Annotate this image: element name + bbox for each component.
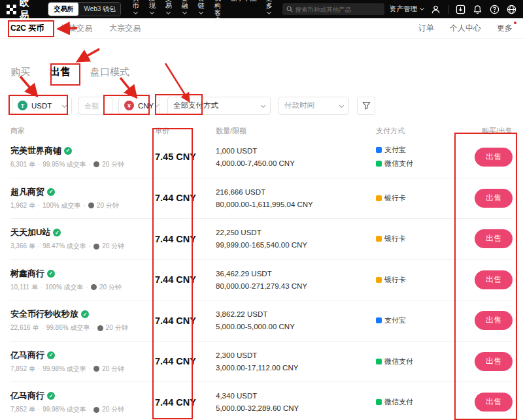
offer-row: 安全币行秒收秒放 ✓ 22,616 单 99.86% 成交率 20 分钟 7.4… [10,300,513,341]
search-box[interactable] [282,3,384,15]
order-count: 7,852 单 [10,364,35,374]
sell-button[interactable]: 出售 [475,229,513,248]
sell-button[interactable]: 出售 [475,311,513,330]
crypto-select-value: USDT [31,102,52,110]
payment-icon [376,147,382,153]
subnav-right: 订单 个人中心 更多 [418,23,513,34]
okx-logo[interactable]: 欧易 [7,0,40,22]
merchant-name[interactable]: 完美世界商铺 [10,145,61,157]
release-time: 20 分钟 [102,405,124,414]
payment-method-select[interactable]: 全部支付方式 [167,97,271,115]
sell-button[interactable]: 出售 [475,148,513,167]
main-nav: 买币 发现 交易 金融 公链 机构客户 新手学院 更多 [133,0,273,24]
tab-sell[interactable]: 出售 [50,65,71,79]
unit-price: 7.44 CNY [155,315,196,326]
unit-price: 7.44 CNY [155,193,196,203]
nav-institutional[interactable]: 机构客户 [214,0,222,24]
usdt-icon: T [18,101,27,110]
completion-rate: 99.95% 成交率 [42,160,86,169]
subnav-more[interactable]: 更多 [497,23,513,34]
nav-more[interactable]: 更多 [266,0,273,16]
assets-menu[interactable]: 资产管理 [390,5,424,14]
chevron-down-icon [133,10,138,14]
release-time: 20 分钟 [97,201,119,210]
release-time: 20 分钟 [99,283,122,292]
order-count: 6,301 单 [10,160,35,169]
payment-methods: 微信支付 [376,357,458,366]
release-time: 20 分钟 [102,242,124,251]
amount-input[interactable] [84,102,107,110]
filter-button[interactable] [357,97,375,115]
merchant-stats: 6,301 单 99.95% 成交率 20 分钟 [10,160,155,169]
payment-method: 支付宝 [376,315,458,325]
crypto-select[interactable]: T USDT [12,97,72,115]
payment-method: 微信支付 [376,357,458,366]
nav-trade[interactable]: 交易 [165,0,173,16]
sell-button[interactable]: 出售 [475,270,513,289]
payment-methods: 支付宝 [376,315,458,325]
toggle-exchange[interactable]: 交易所 [48,3,78,16]
sell-button[interactable]: 出售 [475,393,513,412]
subnav-profile-center[interactable]: 个人中心 [450,23,481,34]
arrow-to-sell-tab [80,49,99,60]
order-limit: 80,000.00-271,279.43 CNY [216,282,376,290]
nav-academy[interactable]: 新手学院 [231,0,257,2]
merchant-name[interactable]: 树鑫商行 [10,268,44,280]
verified-badge-icon: ✓ [47,351,55,359]
language-globe-icon[interactable] [507,5,516,14]
release-time: 20 分钟 [102,160,124,169]
payment-methods: 银行卡 [376,234,458,244]
merchant-name[interactable]: 亿马商行 [10,390,44,402]
subnav-block-trade[interactable]: 大宗交易 [109,23,141,34]
subnav-c2c-buy[interactable]: C2C 买币 [10,23,44,34]
unit-price: 7.44 CNY [155,234,196,244]
payment-method: 微信支付 [376,397,458,407]
completion-rate: 99.98% 成交率 [42,364,86,374]
sell-button[interactable]: 出售 [475,352,513,371]
nav-discover[interactable]: 发现 [149,0,156,16]
chevron-down-icon [267,10,271,14]
merchant-name[interactable]: 超凡商贸 [10,186,44,198]
tab-buy[interactable]: 购买 [10,66,30,78]
chevron-down-icon [62,103,67,108]
filter-bar: T USDT ¥ CNY 全部支付方式 付款时间 [10,95,513,116]
sell-button[interactable]: 出售 [475,189,513,208]
merchant-name[interactable]: 天天加U站 [10,227,50,238]
payment-icon [376,161,382,167]
search-input[interactable] [295,6,374,13]
merchant-stats: 7,852 单 99.98% 成交率 20 分钟 [10,364,155,374]
notifications-bell-icon[interactable] [473,5,482,14]
available-quantity: 2,300 USDT [216,351,376,359]
clock-icon [93,366,99,372]
verified-badge-icon: ✓ [47,188,55,196]
subnav-express-trade[interactable]: 快捷交易 [61,23,92,34]
tab-orderbook-mode[interactable]: 盘口模式 [90,66,129,78]
help-icon[interactable] [490,5,499,14]
profile-icon[interactable] [431,5,441,14]
order-limit: 5,000.00-32,289.60 CNY [216,404,376,412]
order-limit: 3,000.00-17,112.00 CNY [216,364,376,372]
topbar-right: 资产管理 [390,5,516,14]
okx-logo-icon [7,5,16,14]
merchant-stats: 22,616 单 99.86% 成交率 20 分钟 [10,323,155,332]
unit-price: 7.44 CNY [155,356,196,366]
available-quantity: 1,000 USDT [216,147,376,155]
payment-methods: 银行卡 [376,193,458,203]
fiat-select[interactable]: ¥ CNY [118,97,160,115]
merchant-name[interactable]: 亿马商行 [10,349,44,361]
payment-method: 微信支付 [376,159,458,169]
nav-chain[interactable]: 公链 [198,0,205,16]
nav-buy-crypto[interactable]: 买币 [133,0,140,16]
merchant-name[interactable]: 安全币行秒收秒放 [10,308,78,320]
payment-time-value: 付款时间 [284,101,314,110]
payment-time-select[interactable]: 付款时间 [278,97,349,115]
nav-finance[interactable]: 金融 [182,0,189,16]
clock-icon [88,202,94,208]
toggle-web3-wallet[interactable]: Web3 钱包 [78,3,120,16]
available-quantity: 36,462.29 USDT [216,270,376,278]
order-count: 10,111 单 [10,283,38,292]
chevron-down-icon [199,10,203,14]
subnav-orders[interactable]: 订单 [418,23,434,34]
download-app-icon[interactable] [456,5,465,14]
order-count: 3,366 单 [10,242,35,251]
